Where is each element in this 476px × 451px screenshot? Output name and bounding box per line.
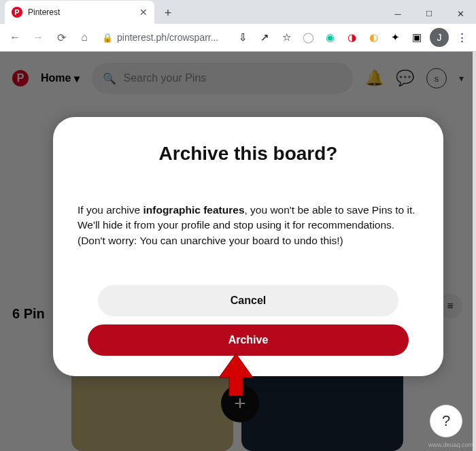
share-icon[interactable]: ↗ [256,29,273,46]
browser-menu-icon[interactable]: ⋮ [453,29,471,46]
window-controls: ─ ☐ ✕ [382,3,476,24]
reading-list-icon[interactable]: ▣ [408,29,426,46]
install-app-icon[interactable]: ⇩ [234,29,252,46]
dialog-title: Archive this board? [78,143,419,165]
maximize-button[interactable]: ☐ [413,3,445,24]
browser-profile-avatar[interactable]: J [430,28,449,47]
watermark: www.deuaq.com [428,441,473,448]
question-icon: ? [442,412,450,430]
home-button[interactable]: ⌂ [75,28,94,47]
reload-button[interactable]: ⟳ [52,28,71,47]
dialog-body: If you archive infographic features, you… [78,203,419,248]
browser-tab[interactable]: P Pinterest ✕ [5,1,154,24]
lock-icon: 🔒 [102,33,113,43]
scrollbar[interactable] [473,52,476,451]
titlebar: P Pinterest ✕ + ─ ☐ ✕ [0,0,476,24]
browser-chrome: P Pinterest ✕ + ─ ☐ ✕ ← → ⟳ ⌂ 🔒 pinteres… [0,0,476,52]
extension-icon-3[interactable]: ◑ [343,29,360,46]
archive-board-dialog: Archive this board? If you archive infog… [53,117,443,376]
toolbar-actions: ⇩ ↗ ☆ ◯ ◉ ◑ ◐ ✦ ▣ J ⋮ [234,28,471,47]
browser-toolbar: ← → ⟳ ⌂ 🔒 pinterest.ph/crowsparr... ⇩ ↗ … [0,24,476,51]
bookmark-star-icon[interactable]: ☆ [277,29,295,46]
url-text: pinterest.ph/crowsparr... [117,32,218,43]
pinterest-favicon: P [12,7,22,18]
minimize-button[interactable]: ─ [382,3,413,24]
new-tab-button[interactable]: + [158,3,177,22]
archive-button[interactable]: Archive [88,324,409,356]
extension-icon-1[interactable]: ◯ [299,29,317,46]
close-tab-icon[interactable]: ✕ [139,7,148,18]
dialog-board-name: infographic features [143,204,245,216]
extensions-puzzle-icon[interactable]: ✦ [386,29,404,46]
tab-title: Pinterest [28,7,134,17]
extension-icon-2[interactable]: ◉ [321,29,339,46]
close-window-button[interactable]: ✕ [445,3,476,24]
cancel-button[interactable]: Cancel [98,285,398,316]
address-bar[interactable]: 🔒 pinterest.ph/crowsparr... [98,32,222,43]
svg-marker-0 [219,354,253,396]
dialog-body-prefix: If you archive [78,204,143,216]
help-button[interactable]: ? [430,405,462,437]
forward-button[interactable]: → [29,28,48,47]
back-button[interactable]: ← [5,28,24,47]
extension-icon-4[interactable]: ◐ [364,29,382,46]
